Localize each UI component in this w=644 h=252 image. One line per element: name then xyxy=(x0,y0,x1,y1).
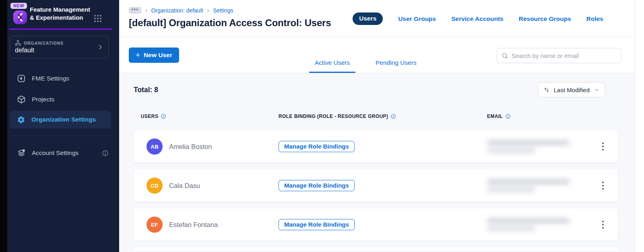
table-row: CD Cala Dasu Manage Role Bindings xyxy=(134,169,618,202)
search-box xyxy=(497,48,621,63)
toolbar: + New User Active Users Pending Users xyxy=(119,37,635,73)
gear-icon xyxy=(17,116,25,124)
app-switcher-grid-icon[interactable] xyxy=(93,13,103,24)
main-area: ••• › Organization: default › Settings [… xyxy=(119,0,644,252)
brand-logo-area: NEW xyxy=(9,2,30,25)
organizations-label: ORGANIZATIONS xyxy=(24,41,64,45)
product-title: Feature Management & Experimentation xyxy=(30,2,91,25)
tab-users[interactable]: Users xyxy=(353,12,383,25)
column-header-role-binding: ROLE BINDING (ROLE - RESOURCE GROUP) xyxy=(279,114,487,119)
email-redacted xyxy=(487,140,574,153)
info-icon[interactable] xyxy=(505,114,511,119)
breadcrumb-link-organization[interactable]: Organization: default xyxy=(151,7,203,14)
organization-selector[interactable]: ORGANIZATIONS default xyxy=(10,36,109,58)
breadcrumb-link-settings[interactable]: Settings xyxy=(213,7,233,14)
info-icon[interactable] xyxy=(390,114,396,119)
column-header-email: EMAIL xyxy=(487,114,595,119)
sidebar-nav: FME Settings Projects Organization Se xyxy=(7,68,119,163)
tab-active-users[interactable]: Active Users xyxy=(309,59,355,73)
breadcrumb-ellipsis-button[interactable]: ••• xyxy=(129,7,141,14)
sidebar-item-label: FME Settings xyxy=(32,75,69,82)
sidebar-item-label: Projects xyxy=(32,96,54,103)
sidebar-item-fme-settings[interactable]: FME Settings xyxy=(7,68,119,89)
tab-pending-users[interactable]: Pending Users xyxy=(370,59,422,73)
breadcrumb-separator: › xyxy=(145,7,147,13)
users-table: AB Amelia Boston Manage Role Bindings CD… xyxy=(134,130,618,251)
chevron-right-icon xyxy=(97,44,103,50)
layers-gear-icon xyxy=(17,149,26,157)
sidebar-header: NEW Feature Management & Experimentation xyxy=(7,0,119,29)
avatar: AB xyxy=(147,138,163,155)
users-list-panel: Total: 8 Last Modified USERS xyxy=(119,73,635,252)
chevron-down-icon xyxy=(594,87,600,93)
tab-service-accounts[interactable]: Service Accounts xyxy=(451,15,504,23)
avatar: EF xyxy=(147,217,163,233)
access-control-tabs: Users User Groups Service Accounts Resou… xyxy=(353,12,603,25)
split-logo-icon xyxy=(13,10,27,25)
manage-role-bindings-button[interactable]: Manage Role Bindings xyxy=(279,141,355,152)
row-kebab-menu[interactable] xyxy=(598,179,608,192)
user-name: Amelia Boston xyxy=(169,143,212,151)
row-kebab-menu[interactable] xyxy=(598,218,608,231)
sort-arrows-icon xyxy=(543,87,550,93)
table-header-row: USERS ROLE BINDING (ROLE - RESOURCE GROU… xyxy=(134,114,618,119)
organization-value: default xyxy=(15,47,97,54)
sidebar-item-projects[interactable]: Projects xyxy=(7,89,119,110)
background-window-edge xyxy=(0,0,7,252)
tab-roles[interactable]: Roles xyxy=(586,15,603,23)
manage-role-bindings-button[interactable]: Manage Role Bindings xyxy=(279,219,355,230)
org-hierarchy-icon xyxy=(15,40,21,46)
user-name: Cala Dasu xyxy=(169,182,200,190)
sidebar-divider xyxy=(10,136,111,136)
table-row-partially-visible xyxy=(134,248,618,251)
new-user-button[interactable]: + New User xyxy=(129,48,179,63)
screen: NEW Feature Management & Experimentation xyxy=(0,0,644,252)
email-redacted xyxy=(487,180,574,192)
column-header-users: USERS xyxy=(141,114,279,119)
manage-role-bindings-button[interactable]: Manage Role Bindings xyxy=(279,180,355,191)
sidebar: NEW Feature Management & Experimentation xyxy=(7,0,119,252)
plus-icon: + xyxy=(136,51,140,59)
search-input[interactable] xyxy=(512,52,617,59)
tab-resource-groups[interactable]: Resource Groups xyxy=(519,15,571,23)
fme-settings-icon xyxy=(17,74,26,83)
sidebar-item-organization-settings[interactable]: Organization Settings xyxy=(10,111,111,128)
row-kebab-menu[interactable] xyxy=(598,140,608,153)
search-icon xyxy=(502,52,508,59)
new-badge: NEW xyxy=(10,3,27,9)
sidebar-item-account-settings[interactable]: Account Settings xyxy=(7,143,119,163)
sidebar-item-label: Account Settings xyxy=(32,149,78,157)
cube-icon xyxy=(17,95,26,104)
info-icon[interactable] xyxy=(102,150,109,157)
total-count: Total: 8 xyxy=(134,86,158,94)
brand-accent-line xyxy=(9,29,112,30)
sort-label: Last Modified xyxy=(554,87,590,93)
info-icon[interactable] xyxy=(161,114,166,119)
tab-user-groups[interactable]: User Groups xyxy=(398,15,436,23)
sidebar-item-label: Organization Settings xyxy=(31,116,96,123)
page-header: ••• › Organization: default › Settings [… xyxy=(119,0,635,37)
user-name: Estefan Fontana xyxy=(169,221,218,229)
table-row: AB Amelia Boston Manage Role Bindings xyxy=(134,130,618,163)
new-user-label: New User xyxy=(144,52,172,59)
sort-dropdown[interactable]: Last Modified xyxy=(538,82,605,97)
table-row: EF Estefan Fontana Manage Role Bindings xyxy=(134,209,618,241)
breadcrumb-separator: › xyxy=(207,7,209,13)
avatar: CD xyxy=(147,178,163,194)
user-state-tabs: Active Users Pending Users xyxy=(309,59,422,73)
email-redacted xyxy=(487,219,574,231)
